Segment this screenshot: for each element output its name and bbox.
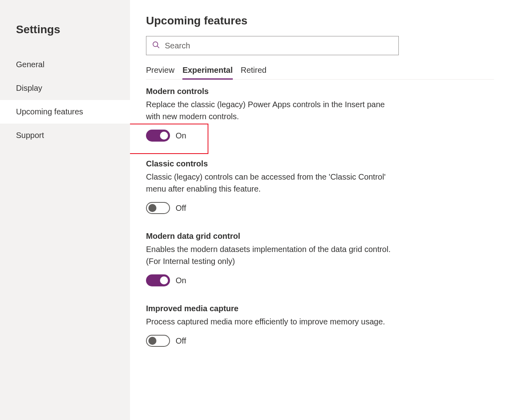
sidebar-item-general[interactable]: General (0, 53, 130, 76)
toggle-state-label: Off (176, 336, 186, 346)
feature-toggle[interactable] (146, 130, 170, 142)
feature-toggle[interactable] (146, 202, 170, 214)
feature-toggle[interactable] (146, 335, 170, 347)
sidebar-item-display[interactable]: Display (0, 76, 130, 100)
feature-description: Classic (legacy) controls can be accesse… (146, 171, 398, 195)
feature-description: Replace the classic (legacy) Power Apps … (146, 98, 398, 122)
toggle-state-label: On (176, 131, 186, 140)
main-content: Upcoming features PreviewExperimentalRet… (130, 0, 510, 420)
toggle-row: On (146, 130, 494, 142)
feature-title: Modern data grid control (146, 232, 494, 241)
sidebar-title: Settings (0, 0, 130, 53)
page-title: Upcoming features (146, 14, 494, 27)
toggle-knob (148, 337, 156, 345)
feature-modern-controls: Modern controlsReplace the classic (lega… (146, 87, 494, 142)
feature-title: Modern controls (146, 87, 494, 96)
toggle-knob (160, 132, 168, 140)
toggle-state-label: Off (176, 204, 186, 213)
feature-improved-media-capture: Improved media captureProcess captured m… (146, 304, 494, 347)
toggle-row: Off (146, 335, 494, 347)
feature-classic-controls: Classic controlsClassic (legacy) control… (146, 159, 494, 214)
sidebar-item-upcoming-features[interactable]: Upcoming features (0, 100, 130, 124)
tabs: PreviewExperimentalRetired (146, 66, 494, 80)
toggle-row: Off (146, 202, 494, 214)
tab-retired[interactable]: Retired (241, 66, 266, 79)
feature-title: Classic controls (146, 159, 494, 168)
toggle-knob (148, 204, 156, 212)
tab-experimental[interactable]: Experimental (182, 66, 233, 79)
feature-description: Process captured media more efficiently … (146, 316, 398, 328)
search-box[interactable] (146, 36, 399, 55)
svg-line-1 (157, 46, 159, 48)
tab-preview[interactable]: Preview (146, 66, 174, 79)
toggle-knob (160, 276, 168, 284)
svg-point-0 (153, 42, 158, 47)
feature-modern-data-grid-control: Modern data grid controlEnables the mode… (146, 232, 494, 286)
sidebar-item-support[interactable]: Support (0, 124, 130, 147)
feature-title: Improved media capture (146, 304, 494, 313)
feature-toggle[interactable] (146, 274, 170, 286)
search-icon (152, 41, 165, 50)
search-input[interactable] (165, 41, 393, 50)
toggle-state-label: On (176, 276, 186, 285)
settings-sidebar: Settings GeneralDisplayUpcoming features… (0, 0, 130, 420)
feature-description: Enables the modern datasets implementati… (146, 243, 398, 267)
toggle-row: On (146, 274, 494, 286)
